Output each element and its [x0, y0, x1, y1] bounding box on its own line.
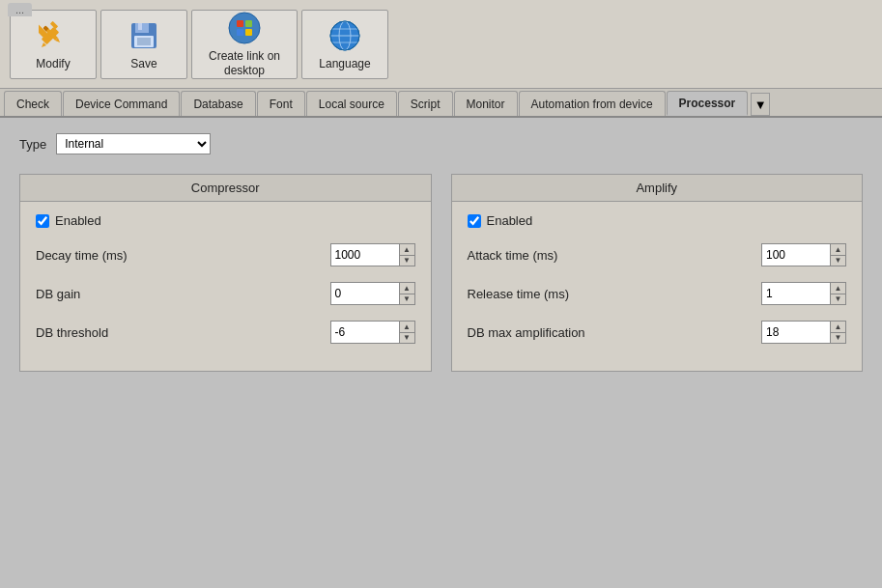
amplify-attack-time-spinner: ▲ ▼	[761, 243, 846, 266]
compressor-db-gain-spinner-btns: ▲ ▼	[399, 283, 414, 304]
compressor-decay-time-spinner: ▲ ▼	[330, 243, 415, 266]
amplify-release-time-spinner-btns: ▲ ▼	[830, 283, 845, 304]
tab-processor[interactable]: Processor	[667, 91, 749, 116]
panels-row: Compressor Enabled Decay time (ms) ▲ ▼	[19, 174, 863, 372]
compressor-header: Compressor	[20, 175, 431, 202]
type-select[interactable]: Internal External	[56, 133, 211, 154]
compressor-enabled-label: Enabled	[55, 213, 101, 228]
amplify-body: Enabled Attack time (ms) ▲ ▼ Release tim…	[452, 202, 863, 371]
amplify-attack-time-row: Attack time (ms) ▲ ▼	[468, 243, 847, 266]
svg-rect-15	[245, 20, 252, 27]
amplify-attack-time-up[interactable]: ▲	[831, 244, 845, 256]
amplify-db-max-spinner: ▲ ▼	[761, 321, 846, 344]
compressor-db-gain-input[interactable]	[331, 283, 399, 304]
compressor-decay-time-label: Decay time (ms)	[36, 248, 330, 263]
svg-point-13	[229, 13, 260, 43]
amplify-attack-time-input[interactable]	[762, 244, 830, 266]
tab-font[interactable]: Font	[257, 91, 305, 116]
tab-device-command[interactable]: Device Command	[63, 91, 180, 116]
type-label: Type	[19, 137, 46, 152]
modify-button[interactable]: Modify	[10, 10, 97, 79]
amplify-release-time-spinner: ▲ ▼	[761, 282, 846, 305]
tab-scroll-button[interactable]: ▼	[751, 93, 770, 116]
svg-rect-14	[237, 20, 243, 27]
create-link-button[interactable]: Create link on desktop	[191, 10, 298, 79]
tab-monitor[interactable]: Monitor	[454, 91, 518, 116]
amplify-release-time-input[interactable]	[762, 283, 830, 304]
content-area: Type Internal External Compressor Enable…	[0, 118, 882, 387]
amplify-db-max-down[interactable]: ▼	[831, 333, 845, 344]
svg-rect-16	[237, 29, 243, 36]
compressor-db-gain-up[interactable]: ▲	[400, 283, 414, 294]
language-label: Language	[319, 57, 370, 70]
amplify-header: Amplify	[452, 175, 863, 202]
amplify-attack-time-spinner-btns: ▲ ▼	[830, 244, 845, 266]
compressor-db-threshold-input[interactable]	[331, 322, 399, 343]
compressor-db-gain-label: DB gain	[36, 287, 330, 301]
compressor-db-threshold-spinner-btns: ▲ ▼	[399, 322, 414, 343]
compressor-decay-time-spinner-btns: ▲ ▼	[399, 244, 414, 266]
compressor-db-gain-down[interactable]: ▼	[400, 294, 414, 305]
amplify-release-time-row: Release time (ms) ▲ ▼	[468, 282, 847, 305]
compressor-decay-time-down[interactable]: ▼	[400, 256, 414, 266]
create-link-label: Create link on desktop	[209, 49, 280, 77]
compressor-db-gain-row: DB gain ▲ ▼	[36, 282, 415, 305]
compressor-decay-time-input[interactable]	[331, 244, 399, 266]
amplify-attack-time-down[interactable]: ▼	[831, 256, 845, 266]
svg-rect-12	[137, 38, 151, 45]
tab-automation-from-device[interactable]: Automation from device	[519, 91, 666, 116]
compressor-decay-time-up[interactable]: ▲	[400, 244, 414, 256]
amplify-db-max-up[interactable]: ▲	[831, 322, 845, 333]
amplify-enabled-row: Enabled	[468, 213, 847, 228]
amplify-db-max-row: DB max amplification ▲ ▼	[468, 321, 847, 344]
amplify-db-max-input[interactable]	[762, 322, 830, 343]
compressor-db-threshold-down[interactable]: ▼	[400, 333, 414, 344]
tab-local-source[interactable]: Local source	[306, 91, 397, 116]
compressor-db-threshold-label: DB threshold	[36, 325, 330, 340]
toolbar-title-badge: ...	[8, 3, 32, 16]
compressor-db-threshold-up[interactable]: ▲	[400, 322, 414, 333]
pencil-icon	[36, 18, 71, 53]
svg-rect-17	[245, 29, 252, 36]
svg-rect-10	[138, 23, 142, 30]
amplify-release-time-down[interactable]: ▼	[831, 294, 845, 305]
toolbar: ... Modify	[0, 0, 882, 89]
tabs-container: Check Device Command Database Font Local…	[0, 89, 882, 118]
amplify-db-max-label: DB max amplification	[468, 325, 762, 340]
compressor-panel: Compressor Enabled Decay time (ms) ▲ ▼	[19, 174, 432, 372]
tab-database[interactable]: Database	[181, 91, 255, 116]
language-button[interactable]: Language	[301, 10, 388, 79]
compressor-enabled-row: Enabled	[36, 213, 415, 228]
floppy-icon	[127, 18, 161, 53]
tab-script[interactable]: Script	[398, 91, 453, 116]
compressor-db-threshold-row: DB threshold ▲ ▼	[36, 321, 415, 344]
amplify-enabled-label: Enabled	[487, 213, 533, 228]
amplify-panel: Amplify Enabled Attack time (ms) ▲ ▼	[451, 174, 864, 372]
modify-label: Modify	[36, 57, 70, 70]
compressor-db-threshold-spinner: ▲ ▼	[330, 321, 415, 344]
compressor-body: Enabled Decay time (ms) ▲ ▼ DB gain	[20, 202, 431, 371]
compressor-decay-time-row: Decay time (ms) ▲ ▼	[36, 243, 415, 266]
globe-icon	[327, 18, 362, 53]
compressor-enabled-checkbox[interactable]	[36, 214, 49, 228]
amplify-release-time-up[interactable]: ▲	[831, 283, 845, 294]
save-label: Save	[130, 57, 156, 70]
compressor-db-gain-spinner: ▲ ▼	[330, 282, 415, 305]
amplify-db-max-spinner-btns: ▲ ▼	[830, 322, 845, 343]
amplify-attack-time-label: Attack time (ms)	[468, 248, 762, 263]
amplify-enabled-checkbox[interactable]	[468, 214, 481, 228]
type-row: Type Internal External	[19, 133, 863, 154]
windows-icon	[227, 11, 262, 45]
save-button[interactable]: Save	[100, 10, 187, 79]
amplify-release-time-label: Release time (ms)	[468, 287, 762, 301]
tab-check[interactable]: Check	[4, 91, 62, 116]
